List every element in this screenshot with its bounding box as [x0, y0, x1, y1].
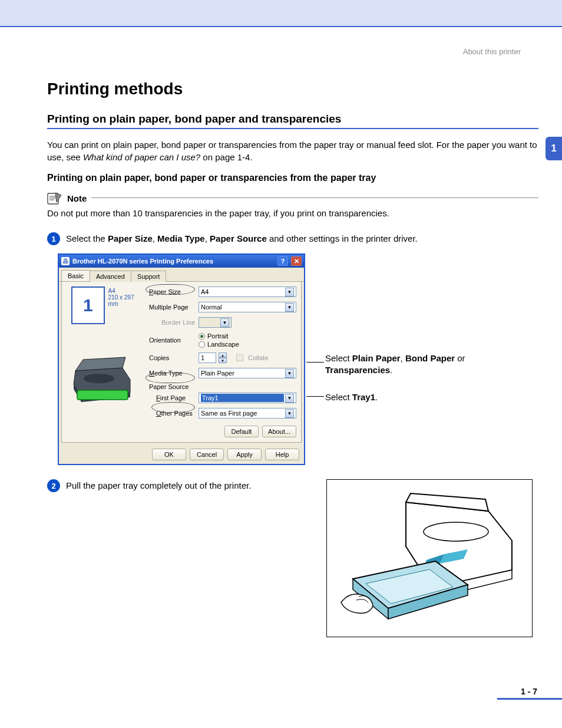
tab-basic[interactable]: Basic: [61, 270, 90, 281]
dropdown-value: Normal: [201, 304, 285, 311]
dialog-title: Brother HL-2070N series Printing Prefere…: [72, 258, 275, 265]
subsection-heading: Printing on plain paper, bond paper or t…: [47, 173, 538, 183]
label-border-line: Border Line: [149, 319, 195, 326]
dialog-titlebar: 🖶 Brother HL-2070N series Printing Prefe…: [59, 255, 304, 268]
label-paper-source: Paper Source: [149, 383, 296, 390]
text: ,: [153, 233, 157, 243]
text: .: [375, 392, 378, 402]
dropdown-first-page[interactable]: Tray1 ▼: [199, 393, 296, 403]
dropdown-other-pages[interactable]: Same as First page ▼: [199, 408, 296, 419]
intro-link[interactable]: What kind of paper can I use?: [83, 152, 200, 162]
dropdown-value: Plain Paper: [201, 370, 285, 377]
text-bold: Plain Paper: [352, 353, 401, 363]
text: Select: [325, 353, 352, 363]
dropdown-value: Same as First page: [201, 410, 285, 417]
text-bold: Media Type: [157, 233, 205, 243]
tab-support[interactable]: Support: [131, 271, 167, 282]
callout-leader-line: [306, 362, 324, 363]
step-1: 1 Select the Paper Size, Media Type, Pap…: [47, 232, 538, 245]
label-paper-size: Paper Size: [149, 288, 195, 295]
apply-button[interactable]: Apply: [227, 449, 262, 460]
chevron-down-icon: ▼: [285, 369, 294, 378]
radio-dot-icon: [199, 341, 205, 348]
help-button[interactable]: Help: [265, 449, 299, 460]
dropdown-multiple-page[interactable]: Normal ▼: [199, 302, 296, 312]
note-text: Do not put more than 10 transparencies i…: [47, 208, 538, 218]
dropdown-media-type[interactable]: Plain Paper ▼: [199, 368, 296, 378]
page-number: 1 - 7: [521, 687, 537, 696]
text-bold: Transparencies: [325, 365, 390, 375]
radio-landscape[interactable]: Landscape: [199, 341, 296, 348]
chevron-down-icon: ▼: [285, 303, 294, 312]
label-collate: Collate: [248, 354, 268, 361]
svg-point-6: [424, 522, 488, 541]
paper-tray-figure: [326, 479, 533, 637]
intro-text-post: on page 1-4.: [203, 152, 252, 162]
spinner-up-icon[interactable]: ▲: [219, 353, 227, 358]
note-icon: [47, 192, 62, 205]
callout-first-page: Select Tray1.: [325, 391, 378, 403]
printing-preferences-dialog: 🖶 Brother HL-2070N series Printing Prefe…: [58, 253, 305, 465]
chapter-side-tab: 1: [546, 137, 562, 160]
chevron-down-icon: ▼: [220, 318, 229, 327]
label-other-pages: Other Pages: [149, 410, 195, 417]
svg-point-5: [84, 374, 114, 383]
printer-illustration: [67, 350, 137, 403]
text-bold: Tray1: [352, 392, 375, 402]
paper-preview: 1: [71, 286, 105, 324]
step-bullet-icon: 2: [47, 479, 60, 492]
step-2-text: Pull the paper tray completely out of th…: [66, 479, 251, 490]
about-button[interactable]: About...: [262, 426, 296, 437]
text: Select: [325, 392, 352, 402]
intro-paragraph: You can print on plain paper, bond paper…: [47, 139, 538, 163]
text: and other settings in the printer driver…: [267, 233, 418, 243]
dialog-bottom-buttons: OK Cancel Apply Help: [59, 445, 304, 464]
page-title: Printing methods: [47, 80, 538, 98]
help-button[interactable]: ?: [277, 256, 288, 266]
text-bold: Bond Paper: [405, 353, 455, 363]
close-button[interactable]: ✕: [291, 256, 302, 266]
default-button[interactable]: Default: [224, 426, 259, 437]
label-multiple-page: Multiple Page: [149, 304, 195, 311]
radio-label: Portrait: [207, 332, 228, 340]
text-bold: Paper Source: [210, 233, 267, 243]
checkbox-collate: [236, 354, 243, 361]
tab-advanced[interactable]: Advanced: [90, 271, 131, 282]
panel-right: Paper Size A4 ▼ Multiple Page Normal ▼: [149, 286, 296, 437]
page-number-rule: [497, 698, 562, 700]
radio-portrait[interactable]: Portrait: [199, 332, 296, 340]
chevron-down-icon: ▼: [285, 288, 294, 297]
label-copies: Copies: [149, 354, 195, 361]
note-header: Note: [47, 192, 538, 205]
callout-leader-line: [306, 396, 324, 397]
dropdown-paper-size[interactable]: A4 ▼: [199, 286, 296, 297]
step-bullet-icon: 1: [47, 232, 60, 245]
label-first-page: First Page: [149, 394, 195, 401]
preview-dims: 210 x 297 mm: [108, 294, 143, 307]
chevron-down-icon: ▼: [285, 409, 294, 418]
note-label: Note: [67, 193, 87, 203]
text: .: [390, 365, 392, 375]
svg-rect-4: [77, 390, 128, 400]
cancel-button[interactable]: Cancel: [190, 449, 224, 460]
step-2: 2 Pull the paper tray completely out of …: [47, 479, 315, 492]
text: ,: [401, 353, 405, 363]
callout-media-type: Select Plain Paper, Bond Paper or Transp…: [325, 353, 465, 375]
text: or: [455, 353, 465, 363]
app-icon: 🖶: [61, 257, 70, 265]
radio-dot-icon: [199, 333, 205, 340]
panel-left: 1 A4 210 x 297 mm: [67, 286, 143, 437]
chevron-down-icon: ▼: [285, 394, 294, 403]
spinner-down-icon[interactable]: ▼: [219, 358, 227, 363]
tab-strip: Basic Advanced Support: [59, 268, 304, 282]
ok-button[interactable]: OK: [152, 449, 186, 460]
dropdown-value: A4: [201, 288, 285, 295]
text: aper Size: [153, 288, 180, 295]
label-orientation: Orientation: [149, 337, 195, 344]
text: ,: [205, 233, 210, 243]
copies-input[interactable]: 1: [199, 353, 216, 363]
dropdown-border-line: ▼: [199, 317, 232, 328]
step-1-text: Select the Paper Size, Media Type, Paper…: [66, 232, 418, 243]
section-heading: Printing on plain paper, bond paper and …: [47, 113, 538, 126]
radio-label: Landscape: [207, 341, 239, 348]
